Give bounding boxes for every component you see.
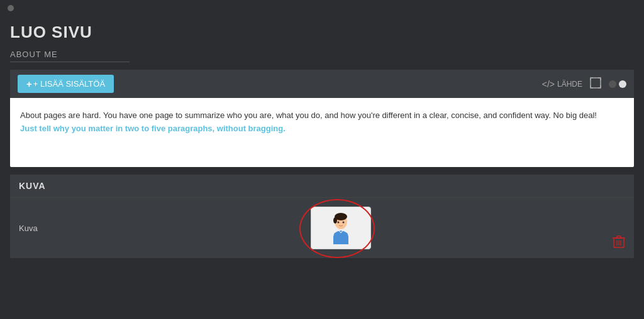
- svg-point-4: [338, 222, 340, 224]
- code-icon: </>: [542, 79, 555, 89]
- toggle-dots: [609, 80, 626, 88]
- kuva-body: Kuva: [10, 198, 634, 258]
- source-button[interactable]: </> LÄHDE: [542, 79, 582, 89]
- plus-icon: +: [26, 78, 32, 89]
- editor-content-line1: About pages are hard. You have one page …: [20, 111, 597, 120]
- editor-block: + + LISÄÄ SISÄLTÖÄ </> LÄHDE: [10, 70, 634, 167]
- kuva-section-title: KUVA: [10, 175, 634, 198]
- delete-button[interactable]: [613, 235, 625, 252]
- editor-toolbar: + + LISÄÄ SISÄLTÖÄ </> LÄHDE: [10, 70, 634, 98]
- fullscreen-button[interactable]: [590, 77, 601, 91]
- kuva-image-area: [57, 207, 625, 249]
- add-content-label: + LISÄÄ SISÄLTÖÄ: [33, 79, 105, 89]
- dot-dark[interactable]: [609, 80, 616, 88]
- section-underline: [10, 62, 130, 62]
- toolbar-right: </> LÄHDE: [542, 77, 626, 91]
- top-bar: [0, 0, 644, 16]
- svg-point-5: [343, 222, 345, 224]
- dot-light[interactable]: [619, 80, 626, 88]
- image-thumbnail[interactable]: [311, 207, 371, 249]
- kuva-section: KUVA Kuva: [10, 175, 634, 258]
- svg-rect-0: [591, 78, 601, 88]
- svg-point-3: [333, 217, 337, 224]
- image-thumbnail-wrapper: [311, 207, 371, 249]
- editor-content[interactable]: About pages are hard. You have one page …: [10, 98, 634, 167]
- source-label: LÄHDE: [557, 80, 582, 89]
- traffic-light: [8, 5, 14, 11]
- editor-content-line2: Just tell why you matter in two to five …: [20, 124, 286, 133]
- page-title: LUO SIVU: [0, 16, 644, 46]
- person-avatar-icon: [327, 212, 355, 244]
- about-section-label: ABOUT ME: [0, 46, 644, 60]
- add-content-button[interactable]: + + LISÄÄ SISÄLTÖÄ: [18, 75, 114, 93]
- kuva-field-label: Kuva: [19, 224, 57, 233]
